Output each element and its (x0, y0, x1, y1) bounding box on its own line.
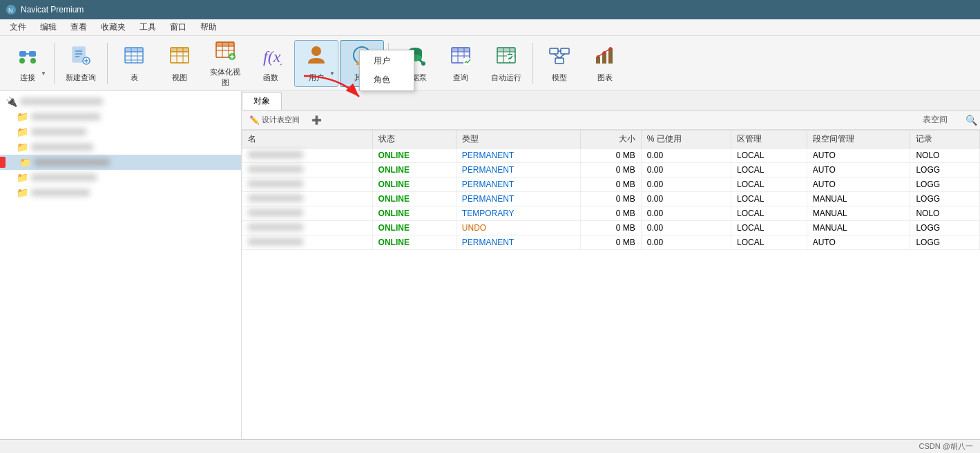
red-indicator (0, 157, 6, 168)
table-row[interactable]: ONLINETEMPORARY0 MB0.00LOCALMANUALNOLO (242, 206, 980, 221)
app-title: Navicat Premium (21, 5, 84, 15)
svg-text:f(x): f(x) (263, 48, 282, 66)
toolbar-func-btn[interactable]: f(x) 函数 (249, 40, 293, 87)
newquery-label: 新建查询 (66, 73, 96, 83)
sidebar-item-1[interactable]: 🔌 (0, 94, 241, 109)
connect-icon (17, 44, 39, 71)
svg-rect-73 (608, 48, 613, 64)
query-label: 查询 (453, 73, 468, 83)
menu-help[interactable]: 帮助 (193, 20, 224, 35)
col-segment: 段空间管理 (807, 131, 910, 148)
row-extent: LOCAL (731, 177, 807, 192)
row-name-blurred (248, 224, 303, 231)
dropdown-user-item[interactable]: 用户 (360, 52, 414, 70)
sidebar-item-7-label (31, 189, 90, 196)
sidebar-item-7[interactable]: 📁 (0, 185, 241, 200)
svg-rect-63 (508, 54, 510, 55)
svg-point-5 (19, 58, 25, 64)
toolbar-view-btn[interactable]: 视图 (157, 40, 202, 87)
row-segment: MANUAL (807, 221, 910, 235)
row-used: 0.00 (641, 206, 731, 221)
table-row[interactable]: ONLINEPERMANENT0 MB0.00LOCALAUTOLOGG (242, 235, 980, 250)
toolbar-chart-btn[interactable]: 图表 (583, 40, 627, 87)
row-type: PERMANENT (456, 192, 580, 206)
watermark: CSDN @胡八一 (919, 441, 973, 452)
sidebar-item-4[interactable]: 📁 (0, 139, 241, 155)
design-tablespace-btn[interactable]: ✏️ 设计表空间 (244, 113, 305, 127)
toolbar-entity-btn[interactable]: 实体化视图 (203, 40, 247, 87)
ts-toolbar: ✏️ 设计表空间 ➕ 表空间 🔍 (242, 110, 980, 130)
search-icon[interactable]: 🔍 (965, 115, 977, 126)
toolbar-sep-4 (532, 43, 533, 84)
row-type: TEMPORARY (456, 206, 580, 221)
table-row[interactable]: ONLINEUNDO0 MB0.00LOCALMANUALLOGG (242, 221, 980, 235)
toolbar-model-btn[interactable]: 模型 (537, 40, 582, 87)
row-segment: AUTO (807, 177, 910, 192)
table-label: 表 (131, 73, 138, 83)
connect-label: 连接 (20, 73, 35, 83)
sidebar-item-5-icon: 📁 (19, 157, 31, 168)
toolbar-connect-btn[interactable]: 连接 ▼ (6, 40, 50, 87)
toolbar-newquery-btn[interactable]: 新建查询 (59, 40, 103, 87)
view-label: 视图 (172, 73, 187, 83)
col-extent: 区管理 (731, 131, 807, 148)
add-tablespace-btn[interactable]: ➕ (307, 113, 327, 127)
table-row[interactable]: ONLINEPERMANENT0 MB0.00LOCALAUTOLOGG (242, 163, 980, 177)
table-row[interactable]: ONLINEPERMANENT0 MB0.00LOCALAUTOLOGG (242, 177, 980, 192)
dropdown-role-item[interactable]: 角色 (360, 70, 414, 89)
menu-bar: 文件 编辑 查看 收藏夹 工具 窗口 帮助 (0, 19, 980, 36)
tablespace-section-label: 表空间 (923, 114, 948, 126)
svg-rect-20 (125, 48, 143, 52)
newquery-icon (70, 44, 92, 71)
col-log: 记录 (910, 131, 980, 148)
row-size: 0 MB (581, 221, 642, 235)
toolbar: 连接 ▼ 新建查询 (0, 36, 980, 91)
sidebar-item-2-icon: 📁 (17, 111, 28, 122)
svg-rect-2 (19, 51, 26, 57)
svg-rect-64 (510, 54, 512, 55)
sidebar-item-3[interactable]: 📁 (0, 124, 241, 139)
svg-point-48 (421, 61, 425, 66)
sidebar-item-2[interactable]: 📁 (0, 109, 241, 124)
row-log: NOLO (910, 206, 980, 221)
svg-rect-28 (216, 42, 234, 46)
svg-rect-23 (171, 48, 189, 52)
col-size: 大小 (581, 131, 642, 148)
sidebar-item-5[interactable]: 📁 (0, 155, 241, 170)
toolbar-schedule-btn[interactable]: 自动运行 (484, 40, 528, 87)
row-segment: AUTO (807, 148, 910, 163)
row-used: 0.00 (641, 177, 731, 192)
row-name-blurred (248, 195, 303, 202)
row-log: NOLO (910, 148, 980, 163)
svg-line-70 (559, 54, 565, 58)
svg-rect-57 (497, 48, 515, 52)
main-area: 🔌 📁 📁 📁 📁 📁 (0, 91, 980, 453)
svg-point-75 (603, 51, 606, 54)
toolbar-query-btn[interactable]: 查询 (439, 40, 483, 87)
sidebar-item-6[interactable]: 📁 (0, 170, 241, 185)
model-icon (548, 44, 570, 71)
menu-file[interactable]: 文件 (3, 20, 33, 35)
row-type: UNDO (456, 221, 580, 235)
sidebar-item-1-label (20, 98, 103, 105)
row-used: 0.00 (641, 221, 731, 235)
menu-edit[interactable]: 编辑 (33, 20, 64, 35)
table-row[interactable]: ONLINEPERMANENT0 MB0.00LOCALMANUALLOGG (242, 192, 980, 206)
toolbar-table-btn[interactable]: 表 (112, 40, 156, 87)
row-size: 0 MB (581, 177, 642, 192)
row-extent: LOCAL (731, 235, 807, 250)
entity-icon (214, 39, 236, 66)
table-row[interactable]: ONLINEPERMANENT0 MB0.00LOCALAUTONOLO (242, 148, 980, 163)
user-dropdown-arrow: ▼ (329, 70, 335, 77)
menu-window[interactable]: 窗口 (163, 20, 193, 35)
menu-tools[interactable]: 工具 (133, 20, 163, 35)
sidebar-item-5-label (34, 159, 110, 166)
tab-object[interactable]: 对象 (242, 92, 282, 110)
row-type: PERMANENT (456, 177, 580, 192)
toolbar-user-btn[interactable]: 用户 ▼ (294, 40, 338, 87)
row-status: ONLINE (372, 148, 456, 163)
row-size: 0 MB (581, 148, 642, 163)
view-icon (169, 44, 191, 71)
menu-favorites[interactable]: 收藏夹 (94, 20, 133, 35)
menu-view[interactable]: 查看 (64, 20, 94, 35)
